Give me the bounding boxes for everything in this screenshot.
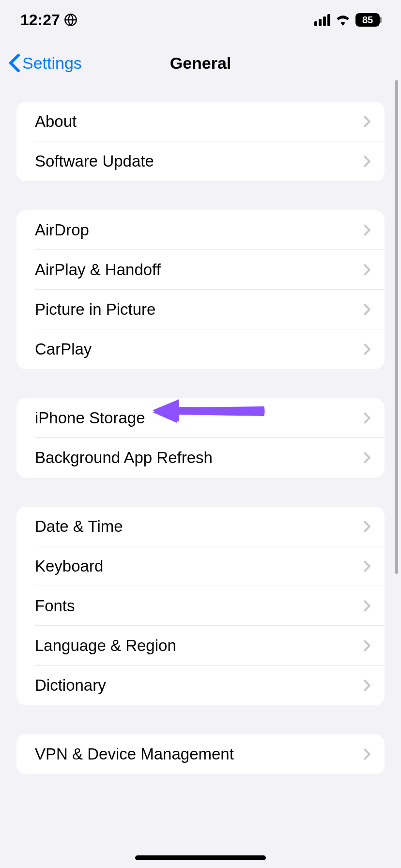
chevron-right-icon (363, 748, 371, 760)
home-indicator[interactable] (135, 855, 266, 860)
row-label: Language & Region (35, 636, 176, 655)
row-background-app-refresh[interactable]: Background App Refresh (16, 438, 385, 478)
row-language-region[interactable]: Language & Region (16, 626, 385, 666)
row-label: Date & Time (35, 517, 123, 536)
chevron-right-icon (363, 264, 371, 276)
row-fonts[interactable]: Fonts (16, 586, 385, 626)
chevron-right-icon (363, 412, 371, 424)
settings-group: Date & TimeKeyboardFontsLanguage & Regio… (16, 507, 385, 705)
wifi-icon (335, 14, 351, 26)
status-left: 12:27 (20, 11, 77, 29)
page-title: General (170, 54, 231, 73)
battery-level: 85 (355, 13, 380, 27)
row-software-update[interactable]: Software Update (16, 141, 385, 181)
row-keyboard[interactable]: Keyboard (16, 546, 385, 586)
row-airdrop[interactable]: AirDrop (16, 210, 385, 250)
row-vpn-device-management[interactable]: VPN & Device Management (16, 734, 385, 774)
row-label: Dictionary (35, 676, 106, 695)
battery-icon: 85 (355, 13, 382, 27)
cellular-icon (314, 14, 330, 26)
row-airplay-handoff[interactable]: AirPlay & Handoff (16, 250, 385, 290)
row-label: VPN & Device Management (35, 745, 234, 763)
settings-group: VPN & Device Management (16, 734, 385, 774)
row-label: Keyboard (35, 557, 103, 575)
status-right: 85 (314, 13, 382, 27)
settings-group: AirDropAirPlay & HandoffPicture in Pictu… (16, 210, 385, 369)
chevron-right-icon (363, 155, 371, 168)
row-picture-in-picture[interactable]: Picture in Picture (16, 290, 385, 329)
scroll-indicator[interactable] (395, 80, 398, 574)
chevron-right-icon (363, 115, 371, 128)
chevron-right-icon (363, 560, 371, 573)
nav-bar: Settings General (0, 42, 401, 84)
chevron-right-icon (363, 303, 371, 316)
row-carplay[interactable]: CarPlay (16, 329, 385, 369)
chevron-right-icon (363, 639, 371, 652)
row-label: AirDrop (35, 221, 89, 239)
row-label: AirPlay & Handoff (35, 261, 161, 279)
row-label: Background App Refresh (35, 449, 213, 467)
chevron-right-icon (363, 343, 371, 356)
location-globe-icon (64, 13, 77, 27)
row-label: Picture in Picture (35, 300, 155, 319)
chevron-right-icon (363, 224, 371, 236)
row-label: CarPlay (35, 340, 92, 358)
row-label: Fonts (35, 597, 75, 615)
settings-group: AboutSoftware Update (16, 102, 385, 181)
chevron-right-icon (363, 679, 371, 692)
status-time: 12:27 (20, 11, 60, 29)
row-iphone-storage[interactable]: iPhone Storage (16, 398, 385, 438)
back-button[interactable]: Settings (0, 53, 82, 73)
row-about[interactable]: About (16, 102, 385, 141)
chevron-left-icon (9, 53, 20, 73)
row-dictionary[interactable]: Dictionary (16, 666, 385, 705)
row-label: iPhone Storage (35, 409, 145, 427)
status-bar: 12:27 85 (0, 7, 401, 33)
row-label: Software Update (35, 152, 154, 170)
row-label: About (35, 112, 77, 131)
settings-content: AboutSoftware UpdateAirDropAirPlay & Han… (0, 84, 401, 774)
row-date-time[interactable]: Date & Time (16, 507, 385, 546)
chevron-right-icon (363, 451, 371, 464)
back-label: Settings (22, 54, 82, 73)
chevron-right-icon (363, 600, 371, 612)
chevron-right-icon (363, 520, 371, 533)
settings-group: iPhone StorageBackground App Refresh (16, 398, 385, 478)
